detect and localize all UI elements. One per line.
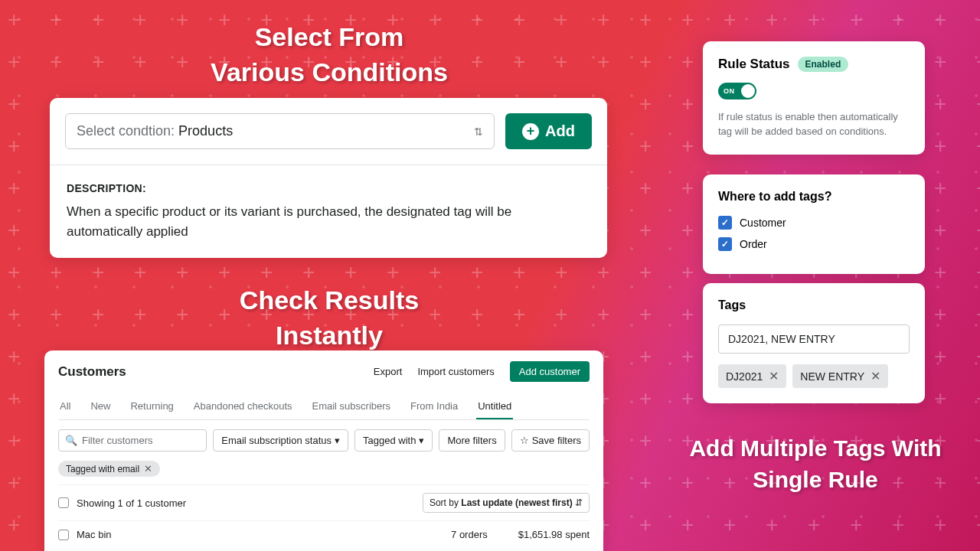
customers-title: Customers xyxy=(58,364,126,380)
customer-spent: $1,651.98 spent xyxy=(518,529,590,540)
add-button-label: Add xyxy=(545,122,575,140)
where-option-label: Order xyxy=(740,238,767,250)
condition-select[interactable]: Select condtion: Products ⇅ xyxy=(65,113,495,149)
condition-select-label: Select condtion: xyxy=(77,123,178,139)
tab-returning[interactable]: Returning xyxy=(129,394,175,419)
row-checkbox[interactable] xyxy=(58,530,69,540)
checkbox-checked-icon: ✓ xyxy=(718,216,732,230)
tag-chip-label: NEW ENTRY xyxy=(800,370,864,383)
enabled-badge: Enabled xyxy=(798,57,849,72)
search-placeholder: Filter customers xyxy=(82,435,152,446)
description-heading: DESCRIPTION: xyxy=(67,182,590,194)
search-icon: 🔍 xyxy=(65,435,77,446)
save-filters-button[interactable]: ☆ Save filters xyxy=(511,429,590,452)
rule-status-panel: Rule Status Enabled ON If rule status is… xyxy=(703,41,925,155)
sort-select[interactable]: Sort by Last update (newest first) ⇵ xyxy=(423,493,590,513)
add-condition-button[interactable]: + Add xyxy=(505,113,592,149)
where-option-label: Customer xyxy=(740,217,786,229)
close-icon[interactable]: ✕ xyxy=(144,463,152,474)
email-status-filter[interactable]: Email subscription status ▾ xyxy=(213,429,348,452)
rule-status-toggle[interactable]: ON xyxy=(718,83,756,99)
export-link[interactable]: Export xyxy=(374,366,403,377)
customer-orders: 7 orders xyxy=(451,529,488,540)
add-customer-button[interactable]: Add customer xyxy=(510,361,590,382)
tag-chip[interactable]: NEW ENTRY✕ xyxy=(792,364,888,388)
more-filters-button[interactable]: More filters xyxy=(439,429,505,452)
rule-status-title: Rule Status xyxy=(718,57,790,72)
close-icon[interactable]: ✕ xyxy=(769,369,779,383)
chevron-down-icon: ▾ xyxy=(419,435,424,446)
filter-customers-input[interactable]: 🔍 Filter customers xyxy=(58,429,207,452)
star-icon: ☆ xyxy=(520,435,529,446)
tags-input[interactable]: DJ2021, NEW ENTRY xyxy=(718,324,910,354)
where-option-customer[interactable]: ✓Customer xyxy=(718,216,910,230)
tab-new[interactable]: New xyxy=(89,394,112,419)
chevron-updown-icon: ⇅ xyxy=(474,126,483,138)
tab-all[interactable]: All xyxy=(58,394,72,419)
tab-untitled[interactable]: Untitled xyxy=(476,394,513,419)
tags-title: Tags xyxy=(718,298,910,312)
heading-results: Check ResultsInstantly xyxy=(115,283,544,354)
where-option-order[interactable]: ✓Order xyxy=(718,237,910,251)
where-tags-panel: Where to add tags? ✓Customer✓Order xyxy=(703,174,925,274)
select-all-checkbox[interactable] xyxy=(58,497,69,508)
heading-conditions: Select FromVarious Conditions xyxy=(115,20,544,90)
toggle-on-label: ON xyxy=(724,87,735,95)
checkbox-checked-icon: ✓ xyxy=(718,237,732,251)
tags-panel: Tags DJ2021, NEW ENTRY DJ2021✕NEW ENTRY✕ xyxy=(703,283,925,403)
close-icon[interactable]: ✕ xyxy=(871,369,880,383)
description-text: When a specific product or its variant i… xyxy=(67,202,590,241)
import-link[interactable]: Import customers xyxy=(417,366,494,377)
chevron-updown-icon: ⇵ xyxy=(575,497,583,508)
tab-email-subscribers[interactable]: Email subscribers xyxy=(311,394,393,419)
tag-chip-label: DJ2021 xyxy=(726,370,763,383)
condition-select-value: Products xyxy=(178,123,233,139)
where-tags-title: Where to add tags? xyxy=(718,190,910,204)
customer-tabs: AllNewReturningAbandoned checkoutsEmail … xyxy=(58,390,590,420)
rule-status-description: If rule status is enable then automatica… xyxy=(718,110,910,139)
tab-abandoned-checkouts[interactable]: Abandoned checkouts xyxy=(192,394,294,419)
showing-count: Showing 1 of 1 customer xyxy=(77,497,186,509)
chevron-down-icon: ▾ xyxy=(335,435,340,446)
plus-circle-icon: + xyxy=(522,123,539,140)
customers-panel: Customers Export Import customers Add cu… xyxy=(44,350,603,551)
tab-from-india[interactable]: From India xyxy=(409,394,459,419)
tagged-with-filter[interactable]: Tagged with ▾ xyxy=(354,429,433,452)
applied-filter-chip[interactable]: Tagged with email ✕ xyxy=(58,461,160,477)
tag-chip[interactable]: DJ2021✕ xyxy=(718,364,786,388)
customer-name[interactable]: Mac bin xyxy=(77,529,112,540)
condition-panel: Select condtion: Products ⇅ + Add DESCRI… xyxy=(50,98,607,258)
toggle-knob-icon xyxy=(741,84,755,98)
heading-tags: Add Multiple Tags WithSingle Rule xyxy=(666,433,965,495)
